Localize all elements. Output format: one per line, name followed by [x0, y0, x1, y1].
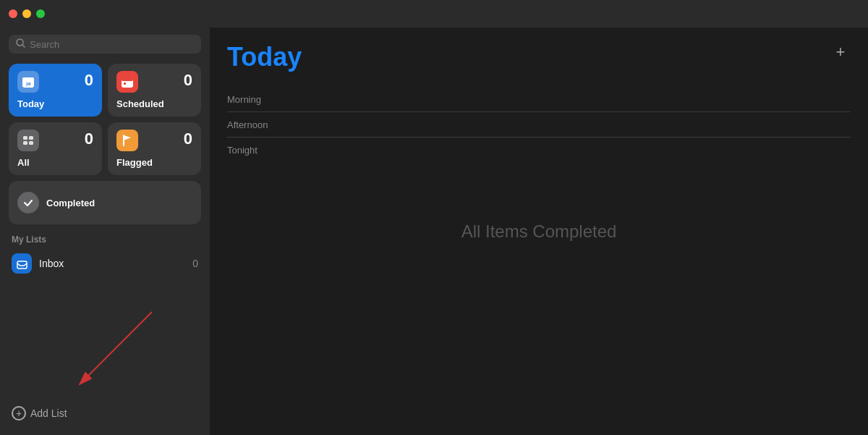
close-button[interactable] [9, 9, 17, 18]
smart-card-all[interactable]: 0 All [9, 122, 102, 175]
inbox-name: Inbox [39, 258, 185, 269]
svg-text:20: 20 [26, 81, 32, 87]
empty-state-text: All Items Completed [461, 221, 617, 241]
today-count: 0 [85, 71, 93, 90]
maximize-button[interactable] [36, 9, 45, 18]
tonight-label: Tonight [227, 145, 258, 156]
list-item-inbox[interactable]: Inbox 0 [9, 249, 201, 278]
tonight-section: Tonight [227, 138, 851, 162]
flagged-icon [116, 130, 138, 151]
card-top-flagged: 0 [116, 130, 192, 151]
today-label: Today [17, 98, 93, 109]
morning-section: Morning [227, 87, 851, 111]
app-body: 20 0 Today [0, 28, 868, 435]
add-item-button[interactable]: + [830, 42, 851, 62]
arrow-annotation [43, 305, 188, 399]
svg-rect-6 [122, 77, 133, 81]
scheduled-count: 0 [184, 71, 192, 90]
smart-card-today[interactable]: 20 0 Today [9, 64, 102, 117]
completed-icon [17, 192, 39, 214]
main-title: Today [227, 42, 302, 72]
svg-rect-9 [124, 83, 126, 85]
search-icon [16, 38, 25, 50]
titlebar [0, 0, 868, 28]
empty-state: All Items Completed [461, 221, 617, 242]
afternoon-label: Afternoon [227, 119, 268, 130]
svg-line-1 [22, 45, 25, 47]
sidebar: 20 0 Today [0, 28, 210, 435]
smart-card-flagged[interactable]: 0 Flagged [108, 122, 201, 175]
scheduled-icon [116, 71, 138, 93]
add-list-circle-icon: + [12, 406, 26, 421]
flagged-label: Flagged [116, 157, 192, 168]
inbox-icon [12, 253, 32, 274]
flagged-count: 0 [184, 130, 192, 148]
card-top-all: 0 [17, 130, 93, 151]
svg-rect-12 [23, 141, 27, 145]
card-top-today: 20 0 [17, 71, 93, 93]
svg-rect-13 [29, 141, 33, 145]
add-list-label: Add List [30, 407, 67, 419]
morning-label: Morning [227, 94, 261, 105]
scheduled-label: Scheduled [116, 98, 192, 109]
all-count: 0 [85, 130, 93, 148]
my-lists-header: My Lists [9, 235, 201, 245]
all-icon [17, 130, 39, 151]
smart-cards-grid: 20 0 Today [9, 64, 201, 175]
svg-rect-10 [23, 136, 27, 140]
search-bar[interactable] [9, 35, 201, 54]
main-header: Today + [227, 42, 851, 72]
svg-rect-11 [29, 136, 33, 140]
all-label: All [17, 157, 93, 168]
card-top-scheduled: 0 [116, 71, 192, 93]
main-content: Today + Morning Afternoon Tonight All It… [210, 28, 868, 435]
today-icon: 20 [17, 71, 39, 93]
minimize-button[interactable] [22, 9, 31, 18]
smart-card-scheduled[interactable]: 0 Scheduled [108, 64, 201, 117]
afternoon-section: Afternoon [227, 112, 851, 137]
inbox-count: 0 [192, 258, 198, 269]
smart-card-completed[interactable]: Completed [9, 181, 201, 224]
traffic-lights [9, 9, 45, 18]
completed-label: Completed [46, 198, 95, 208]
search-input[interactable] [30, 39, 194, 50]
add-list-button[interactable]: + Add List [9, 402, 70, 425]
